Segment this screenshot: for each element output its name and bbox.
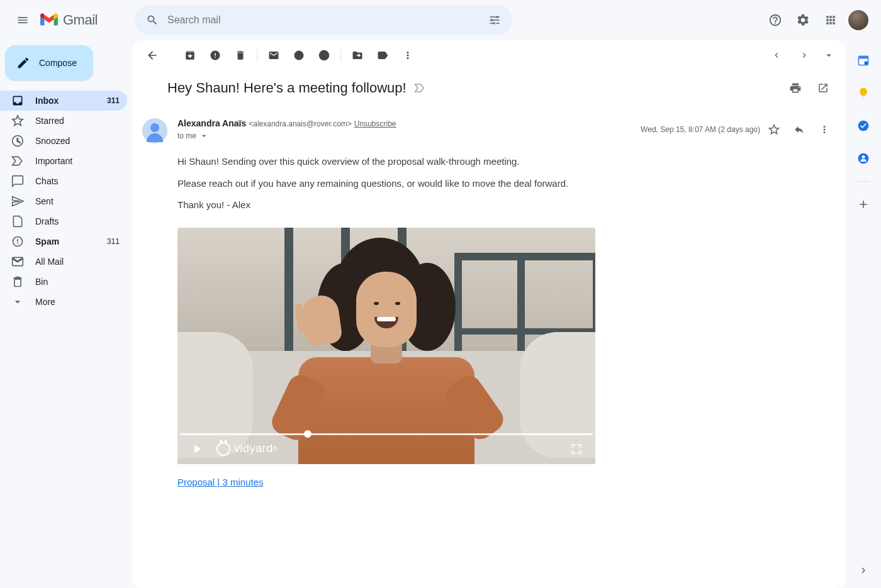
keep-app-icon[interactable]	[851, 80, 876, 106]
inbox-icon	[11, 94, 24, 107]
video-link[interactable]: Proposal | 3 minutes	[177, 475, 263, 490]
add-app-icon[interactable]	[851, 192, 876, 217]
svg-rect-7	[865, 62, 868, 65]
sidebar-item-important[interactable]: Important	[0, 151, 127, 171]
sidebar-item-all-mail[interactable]: All Mail	[0, 252, 127, 272]
spam-icon	[11, 235, 24, 248]
important-icon	[11, 155, 24, 167]
chat-icon	[11, 175, 24, 187]
delete-button[interactable]	[228, 43, 253, 68]
snooze-button[interactable]	[286, 43, 311, 68]
sender-email: <alexandra.anais@rover.com>	[249, 119, 352, 128]
important-marker-icon[interactable]	[414, 83, 425, 93]
star-button[interactable]	[763, 118, 785, 141]
older-button[interactable]	[764, 43, 789, 68]
search-icon[interactable]	[140, 8, 165, 33]
more-actions-button[interactable]	[395, 43, 420, 68]
nav-count: 311	[107, 237, 120, 246]
sidebar-item-bin[interactable]: Bin	[0, 272, 127, 292]
archive-button[interactable]	[177, 43, 203, 68]
sidebar-item-more[interactable]: More	[0, 292, 127, 312]
video-thumbnail[interactable]: vidyard®	[177, 228, 595, 464]
recipient-label: to me	[177, 131, 196, 140]
settings-icon[interactable]	[790, 8, 816, 33]
nav-label: Inbox	[35, 96, 59, 106]
pencil-icon	[16, 56, 30, 70]
star-icon	[11, 114, 24, 127]
app-name: Gmail	[63, 12, 98, 28]
toolbar	[132, 40, 846, 70]
add-to-tasks-button[interactable]	[311, 43, 337, 68]
nav-label: Starred	[35, 116, 64, 126]
sidebar-item-snoozed[interactable]: Snoozed	[0, 131, 127, 151]
nav-label: Spam	[35, 236, 59, 247]
vidyard-logo: vidyard®	[216, 440, 278, 457]
print-button[interactable]	[783, 75, 808, 101]
report-spam-button[interactable]	[203, 43, 228, 68]
sender-name: Alexandra Anaïs	[177, 118, 246, 128]
move-to-button[interactable]	[345, 43, 370, 68]
side-panel	[846, 40, 881, 588]
sidebar: Compose Inbox311StarredSnoozedImportantC…	[0, 40, 132, 588]
nav-label: Snoozed	[35, 136, 70, 146]
svg-point-2	[491, 19, 493, 21]
apps-icon[interactable]	[818, 8, 843, 33]
back-button[interactable]	[140, 43, 165, 68]
sidebar-item-inbox[interactable]: Inbox311	[0, 91, 127, 111]
fullscreen-icon[interactable]	[570, 443, 583, 455]
account-avatar[interactable]	[848, 10, 868, 30]
sidebar-item-sent[interactable]: Sent	[0, 191, 127, 211]
compose-label: Compose	[39, 58, 77, 68]
compose-button[interactable]: Compose	[5, 45, 93, 80]
unsubscribe-link[interactable]: Unsubscribe	[354, 119, 396, 128]
sidebar-item-starred[interactable]: Starred	[0, 111, 127, 131]
message-view: Hey Shaun! Here's a meeting followup! Al…	[132, 40, 846, 588]
more-button[interactable]	[813, 118, 836, 141]
open-new-window-button[interactable]	[811, 75, 836, 101]
nav-label: Chats	[35, 176, 59, 186]
input-tools-button[interactable]	[819, 43, 838, 68]
body-paragraph: Please reach out if you have any remaini…	[177, 177, 746, 191]
tasks-app-icon[interactable]	[851, 113, 876, 138]
timestamp: Wed, Sep 15, 8:07 AM (2 days ago)	[641, 125, 760, 134]
chevron-down-icon[interactable]	[199, 131, 209, 141]
sidebar-item-chats[interactable]: Chats	[0, 171, 127, 191]
search-bar[interactable]	[135, 5, 512, 35]
search-input[interactable]	[165, 14, 482, 26]
mark-unread-button[interactable]	[261, 43, 286, 68]
svg-point-0	[493, 22, 495, 24]
svg-rect-6	[859, 56, 868, 58]
sender-avatar[interactable]	[142, 118, 167, 143]
newer-button[interactable]	[792, 43, 817, 68]
message-body: Hi Shaun! Sending over this quick overvi…	[142, 143, 746, 489]
hide-sidepanel-button[interactable]	[851, 558, 876, 583]
clock-icon	[11, 135, 24, 147]
nav-label: Important	[35, 156, 72, 166]
labels-button[interactable]	[370, 43, 395, 68]
subject-text: Hey Shaun! Here's a meeting followup!	[167, 80, 407, 96]
svg-point-10	[862, 155, 865, 158]
video-scene	[177, 228, 595, 464]
contacts-app-icon[interactable]	[851, 146, 876, 171]
svg-point-1	[497, 16, 498, 18]
gmail-logo[interactable]: Gmail	[38, 12, 135, 28]
send-icon	[11, 195, 24, 208]
sidebar-item-drafts[interactable]: Drafts	[0, 211, 127, 231]
reply-button[interactable]	[788, 118, 811, 141]
trash-icon	[11, 275, 24, 288]
nav-label: Drafts	[35, 216, 59, 226]
play-icon[interactable]	[190, 442, 204, 456]
search-options-icon[interactable]	[482, 8, 507, 33]
support-icon[interactable]	[763, 8, 788, 33]
nav-label: More	[35, 297, 55, 307]
more-icon	[11, 296, 24, 308]
sidebar-item-spam[interactable]: Spam311	[0, 231, 127, 252]
draft-icon	[11, 215, 24, 228]
nav-count: 311	[107, 96, 120, 105]
nav-label: Bin	[35, 277, 48, 287]
main-menu-button[interactable]	[8, 5, 38, 35]
body-paragraph: Hi Shaun! Sending over this quick overvi…	[177, 155, 746, 169]
calendar-app-icon[interactable]	[851, 48, 876, 73]
nav-label: Sent	[35, 196, 53, 206]
gmail-icon	[40, 13, 58, 27]
